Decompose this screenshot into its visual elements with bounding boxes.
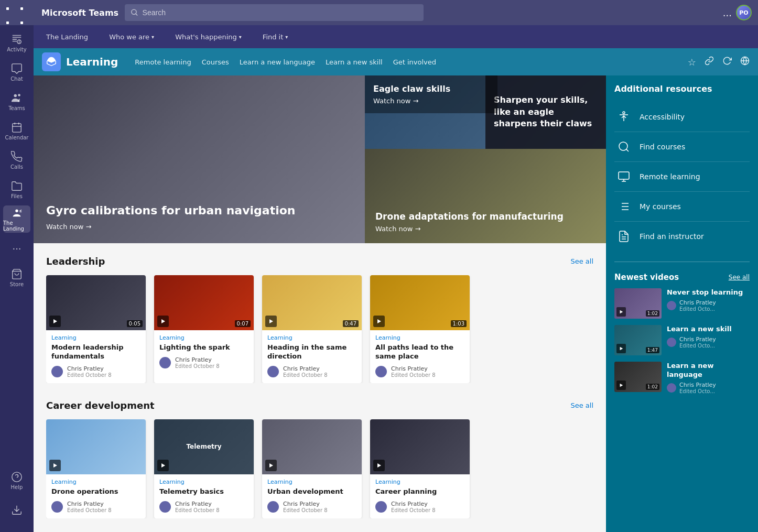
sidebar-item-calendar[interactable]: Calendar [3, 117, 30, 145]
globe-icon[interactable] [740, 56, 750, 68]
author-name: Chris Pratley [283, 501, 328, 507]
hero-left-watch[interactable]: Watch now → [46, 223, 352, 231]
search-input[interactable] [143, 8, 418, 17]
author-name: Chris Pratley [67, 501, 112, 507]
resource-remote-learning[interactable]: Remote learning [614, 162, 750, 192]
sidebar-item-chat[interactable]: Chat [3, 59, 30, 86]
career-card-1[interactable]: Learning Drone operations Chris Pratley … [46, 419, 146, 518]
career-card-4[interactable]: Learning Career planning Chris Pratley E… [370, 419, 470, 518]
sidebar-item-activity[interactable]: Activity [3, 29, 30, 57]
video-category[interactable]: Learning [159, 479, 248, 485]
author-avatar [375, 366, 387, 377]
hero-drone-card[interactable]: Drone adaptations for manufacturing Watc… [365, 149, 606, 243]
career-dev-see-all[interactable]: See all [570, 401, 593, 409]
video-category[interactable]: Learning [375, 334, 464, 341]
svg-line-1 [136, 14, 137, 15]
video-category[interactable]: Learning [159, 334, 248, 341]
career-card-2[interactable]: Telemetry Learning Telemetry basics [154, 419, 254, 518]
resource-my-courses[interactable]: My courses [614, 192, 750, 222]
learning-nav-courses[interactable]: Courses [202, 58, 229, 66]
video-category[interactable]: Learning [267, 334, 356, 341]
play-button[interactable] [616, 344, 626, 353]
leadership-card-4[interactable]: 1:03 Learning All paths lead to the same… [370, 275, 470, 383]
resource-accessibility[interactable]: Accessibility [614, 102, 750, 132]
play-button[interactable] [373, 316, 385, 327]
leadership-section: Leadership See all 0:05 [34, 243, 606, 387]
find-instructor-icon [614, 227, 633, 246]
sidebar-item-teams[interactable]: Teams [3, 88, 30, 115]
leadership-see-all[interactable]: See all [570, 257, 593, 265]
video-title: Telemetry basics [159, 487, 248, 496]
hero-drone-watch[interactable]: Watch now → [375, 225, 595, 233]
search-icon [131, 9, 138, 16]
leadership-card-2[interactable]: 0:07 Learning Lighting the spark Chris P… [154, 275, 254, 383]
svg-point-29 [619, 142, 627, 150]
video-category[interactable]: Learning [267, 479, 356, 485]
sidebar-item-store[interactable]: Store [3, 264, 30, 291]
sidebar-item-files[interactable]: Files [3, 176, 30, 203]
play-button[interactable] [157, 316, 169, 327]
play-button[interactable] [616, 381, 626, 390]
play-button[interactable] [373, 460, 385, 471]
leadership-card-3[interactable]: 0:47 Learning Heading in the same direct… [262, 275, 362, 383]
video-category[interactable]: Learning [375, 479, 464, 485]
my-courses-label: My courses [640, 202, 681, 211]
leadership-card-1[interactable]: 0:05 Learning Modern leadership fundamen… [46, 275, 146, 383]
learning-nav-language[interactable]: Learn a new language [240, 58, 315, 66]
sidebar: Activity Chat Teams Calendar [0, 25, 34, 532]
link-icon[interactable] [705, 56, 714, 68]
subnav-whats-happening[interactable]: What's happening ▾ [171, 31, 246, 43]
newest-video-3[interactable]: 1:02 Learn a new language Chris Pratley … [614, 362, 750, 394]
subnav-the-landing[interactable]: The Landing [42, 31, 92, 43]
play-button[interactable] [616, 307, 626, 317]
sidebar-item-help[interactable]: Help [3, 467, 30, 494]
author-avatar [51, 501, 63, 513]
teams-icon [11, 92, 23, 104]
more-options-button[interactable]: ... [723, 7, 732, 18]
newest-video-title: Learn a new skill [667, 325, 750, 334]
career-card-3[interactable]: Learning Urban development Chris Pratley… [262, 419, 362, 518]
video-title: Career planning [375, 487, 464, 496]
sidebar-divider [614, 262, 750, 262]
user-avatar[interactable]: PO [736, 5, 752, 20]
newest-video-1[interactable]: 1:02 Never stop learning Chris Pratley E… [614, 288, 750, 319]
resource-find-instructor[interactable]: Find an instructor [614, 222, 750, 251]
resource-find-courses[interactable]: Find courses [614, 132, 750, 162]
newest-see-all[interactable]: See all [729, 274, 750, 281]
learning-nav-remote[interactable]: Remote learning [135, 58, 191, 66]
hero-left-card[interactable]: Gyro calibrations for urban navigation W… [34, 75, 365, 243]
sidebar-item-the-landing[interactable]: The Landing [3, 205, 30, 233]
play-button[interactable] [49, 316, 61, 327]
play-button[interactable] [265, 316, 277, 327]
sidebar-item-download[interactable] [3, 496, 30, 524]
play-button[interactable] [265, 460, 277, 471]
learning-nav-involved[interactable]: Get involved [393, 58, 436, 66]
hero-eagle-card[interactable]: Sharpen your skills, like an eagle sharp… [365, 75, 606, 149]
subnav-who-we-are[interactable]: Who we are ▾ [105, 31, 158, 43]
favorite-icon[interactable]: ☆ [688, 57, 696, 68]
search-bar[interactable] [125, 4, 424, 21]
learning-app-title: Learning [66, 56, 118, 68]
hero-drone-title: Drone adaptations for manufacturing [375, 211, 595, 222]
sidebar-item-calls[interactable]: Calls [3, 147, 30, 174]
sidebar-teams-label: Teams [8, 105, 25, 111]
sidebar-item-more[interactable]: ··· [3, 235, 30, 262]
subnav-find-it[interactable]: Find it ▾ [258, 31, 293, 43]
video-category[interactable]: Learning [51, 479, 140, 485]
leadership-title: Leadership [46, 256, 105, 267]
play-button[interactable] [157, 460, 169, 471]
find-it-chevron: ▾ [285, 34, 288, 40]
author-name: Chris Pratley [283, 365, 328, 372]
hero-eagle-watch[interactable]: Watch now → [373, 97, 489, 105]
career-development-section: Career development See all [34, 387, 606, 523]
author-name: Chris Pratley [175, 501, 220, 507]
accessibility-icon [614, 107, 633, 126]
refresh-icon[interactable] [722, 56, 732, 68]
play-button[interactable] [49, 460, 61, 471]
newest-video-2[interactable]: 1:47 Learn a new skill Chris Pratley Edi… [614, 325, 750, 355]
hero-section: Gyro calibrations for urban navigation W… [34, 75, 606, 243]
video-duration: 1:02 [646, 310, 659, 317]
learning-nav-skill[interactable]: Learn a new skill [326, 58, 383, 66]
author-name: Chris Pratley [391, 501, 436, 507]
video-category[interactable]: Learning [51, 334, 140, 341]
